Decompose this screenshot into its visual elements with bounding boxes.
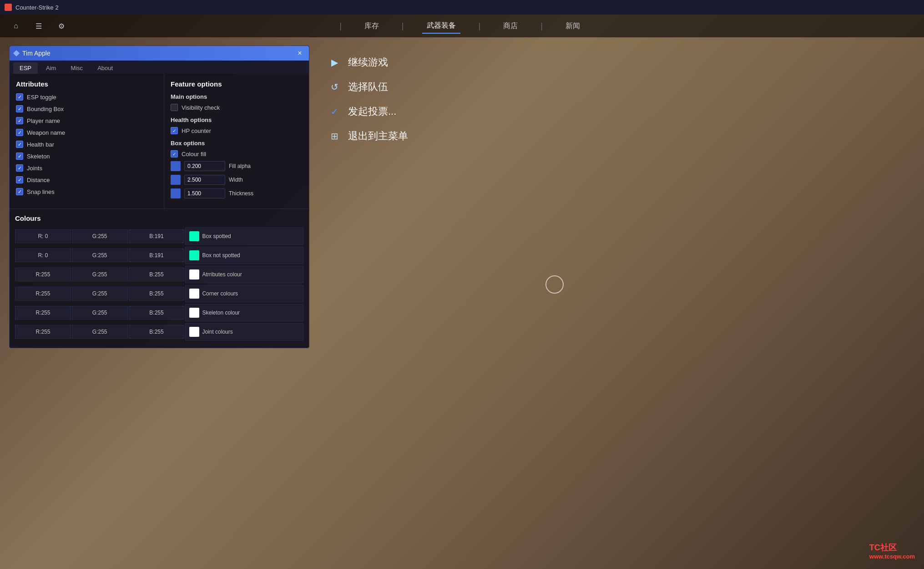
colour-r-1[interactable]: R: 0 <box>15 249 71 262</box>
colour-row-4: R:255 G:255 B:255 Skeleton colour <box>15 304 303 321</box>
checkbox-label-joints: Joints <box>27 165 42 172</box>
colour-g-2[interactable]: G:255 <box>72 268 128 281</box>
main-options-title: Main options <box>171 93 303 100</box>
nav-item-weapons[interactable]: 武器装备 <box>422 19 460 34</box>
colour-g-4[interactable]: G:255 <box>72 306 128 320</box>
colour-name-1[interactable]: Box not spotted <box>185 247 303 264</box>
settings-button[interactable]: ⚙ <box>55 19 68 33</box>
colour-r-0[interactable]: R: 0 <box>15 229 71 243</box>
colour-swatch-2[interactable] <box>189 269 199 279</box>
colour-name-2[interactable]: Atrributes colour <box>185 266 303 283</box>
colour-g-0[interactable]: G:255 <box>72 229 128 243</box>
colour-g-3[interactable]: G:255 <box>72 287 128 300</box>
fill-alpha-label: Fill alpha <box>229 163 251 169</box>
checkbox-icon-bounding-box <box>16 105 23 112</box>
menu-item-select-team[interactable]: ↺ 选择队伍 <box>318 75 455 99</box>
colour-b-4[interactable]: B:255 <box>129 306 185 320</box>
colour-r-4[interactable]: R:255 <box>15 306 71 320</box>
colour-r-3[interactable]: R:255 <box>15 287 71 300</box>
thickness-swatch[interactable] <box>171 188 181 198</box>
checkbox-distance[interactable]: Distance <box>16 176 157 183</box>
nav-item-inventory[interactable]: 库存 <box>360 19 384 33</box>
colour-name-5[interactable]: Joint colours <box>185 323 303 340</box>
title-bar-text: Counter-Strike 2 <box>15 4 59 11</box>
colour-swatch-1[interactable] <box>189 250 199 260</box>
checkbox-icon-esp-toggle <box>16 93 23 101</box>
width-swatch[interactable] <box>171 175 181 185</box>
checkbox-icon-player-name <box>16 117 23 124</box>
title-bar: Counter-Strike 2 <box>0 0 924 15</box>
fill-alpha-value[interactable]: 0.200 <box>184 161 225 171</box>
thickness-value[interactable]: 1.500 <box>184 188 225 198</box>
visibility-check-row[interactable]: Visibility check <box>171 104 303 111</box>
checkbox-weapon-name[interactable]: Weapon name <box>16 129 157 136</box>
colour-g-1[interactable]: G:255 <box>72 249 128 262</box>
checkbox-icon-joints <box>16 164 23 172</box>
colour-swatch-0[interactable] <box>189 231 199 241</box>
colour-r-2[interactable]: R:255 <box>15 268 71 281</box>
colour-name-0[interactable]: Box spotted <box>185 228 303 245</box>
hp-counter-checkbox[interactable] <box>171 127 178 134</box>
colour-b-1[interactable]: B:191 <box>129 249 185 262</box>
visibility-check-checkbox[interactable] <box>171 104 178 111</box>
colour-fill-label: Colour fill <box>182 151 206 157</box>
close-button[interactable]: × <box>295 49 304 58</box>
fill-alpha-swatch[interactable] <box>171 161 181 171</box>
nav-sep-3: | <box>479 21 481 31</box>
colour-name-4[interactable]: Skeleton colour <box>185 304 303 321</box>
checkbox-esp-toggle[interactable]: ESP toggle <box>16 93 157 101</box>
colour-swatch-5[interactable] <box>189 327 199 337</box>
tab-esp[interactable]: ESP <box>13 62 38 74</box>
feature-options-title: Feature options <box>171 80 303 88</box>
colour-swatch-4[interactable] <box>189 308 199 318</box>
title-diamond-icon <box>13 50 20 56</box>
menu-label-vote: 发起投票... <box>348 105 396 118</box>
esp-panel-title: Tim Apple <box>14 50 50 57</box>
checkbox-player-name[interactable]: Player name <box>16 117 157 124</box>
watermark: TC社区 www.tcsqw.com <box>869 542 915 560</box>
continue-icon: ▶ <box>328 56 341 69</box>
width-value[interactable]: 2.500 <box>184 175 225 185</box>
nav-item-news[interactable]: 新闻 <box>561 19 585 33</box>
tab-aim[interactable]: Aim <box>40 62 62 74</box>
menu-item-continue[interactable]: ▶ 继续游戏 <box>318 50 455 75</box>
vote-icon: ✓ <box>328 105 341 118</box>
colour-row-1: R: 0 G:255 B:191 Box not spotted <box>15 247 303 264</box>
hp-counter-row[interactable]: HP counter <box>171 127 303 134</box>
tabs-container: ESP Aim Misc About <box>10 61 309 74</box>
inventory-button[interactable]: ☰ <box>32 19 45 33</box>
colour-swatch-3[interactable] <box>189 289 199 299</box>
checkbox-snap-lines[interactable]: Snap lines <box>16 188 157 195</box>
colour-b-0[interactable]: B:191 <box>129 229 185 243</box>
width-row: 2.500 Width <box>171 175 303 185</box>
colour-b-2[interactable]: B:255 <box>129 268 185 281</box>
watermark-line2: www.tcsqw.com <box>869 553 915 560</box>
tab-misc[interactable]: Misc <box>64 62 89 74</box>
colour-row-2: R:255 G:255 B:255 Atrributes colour <box>15 266 303 283</box>
esp-panel: Tim Apple × ESP Aim Misc About Attribute… <box>9 46 309 348</box>
feature-options-column: Feature options Main options Visibility … <box>164 74 309 208</box>
checkbox-health-bar[interactable]: Health bar <box>16 141 157 148</box>
menu-item-vote[interactable]: ✓ 发起投票... <box>318 99 455 124</box>
panel-body: Attributes ESP toggle Bounding Box Playe… <box>10 74 309 208</box>
menu-item-quit[interactable]: ⊞ 退出到主菜单 <box>318 124 455 148</box>
panel-title-text: Tim Apple <box>22 50 50 57</box>
colour-name-3[interactable]: Corner colours <box>185 285 303 302</box>
nav-item-shop[interactable]: 商店 <box>499 19 522 33</box>
tab-about[interactable]: About <box>91 62 119 74</box>
esp-panel-header: Tim Apple × <box>10 46 309 61</box>
crosshair <box>545 275 564 294</box>
colour-fill-checkbox[interactable] <box>171 150 178 157</box>
colour-b-5[interactable]: B:255 <box>129 325 185 339</box>
home-button[interactable]: ⌂ <box>9 19 23 33</box>
colour-r-5[interactable]: R:255 <box>15 325 71 339</box>
checkbox-skeleton[interactable]: Skeleton <box>16 152 157 160</box>
fill-alpha-row: 0.200 Fill alpha <box>171 161 303 171</box>
checkbox-icon-distance <box>16 176 23 183</box>
colour-fill-row[interactable]: Colour fill <box>171 150 303 157</box>
colour-b-3[interactable]: B:255 <box>129 287 185 300</box>
checkbox-bounding-box[interactable]: Bounding Box <box>16 105 157 112</box>
colour-g-5[interactable]: G:255 <box>72 325 128 339</box>
colour-row-5: R:255 G:255 B:255 Joint colours <box>15 323 303 340</box>
checkbox-joints[interactable]: Joints <box>16 164 157 172</box>
